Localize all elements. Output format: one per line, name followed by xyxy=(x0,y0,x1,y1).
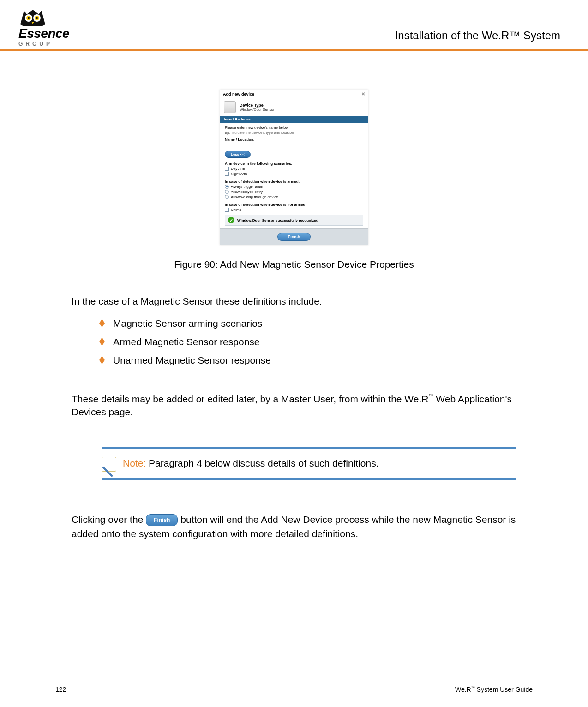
page-footer: 122 We.R™ System User Guide xyxy=(55,686,533,693)
delayed-entry-label: Allow delayed entry xyxy=(231,190,263,194)
walking-through-row[interactable]: Allow walking through device xyxy=(225,195,363,199)
tip-row: tip: Indicate the device's type and loca… xyxy=(225,131,363,135)
svg-point-5 xyxy=(36,17,38,19)
device-type-label: Device Type: xyxy=(240,103,275,108)
note-block: Note: Paragraph 4 below discuss details … xyxy=(102,447,516,480)
close-icon[interactable]: ✕ xyxy=(361,91,365,96)
dialog-footer: Finish xyxy=(220,228,368,245)
list-item: Armed Magnetic Sensor response xyxy=(72,333,516,351)
definitions-list: Magnetic Sensor arming scenarios Armed M… xyxy=(72,314,516,370)
device-type-value: Window/Door Sensor xyxy=(240,108,275,112)
note-text: Paragraph 4 below discuss details of suc… xyxy=(146,458,378,468)
walking-through-label: Allow walking through device xyxy=(231,195,278,199)
dialog-body: Please enter new device's name below tip… xyxy=(220,123,368,228)
inline-finish-button[interactable]: Finish xyxy=(146,514,178,526)
day-arm-label: Day Arm xyxy=(231,167,245,171)
trigger-alarm-label: Always trigger alarm xyxy=(231,185,264,189)
tip-text: Indicate the device's type and location: xyxy=(232,131,295,135)
list-item: Unarmed Magnetic Sensor response xyxy=(72,351,516,370)
success-text: Window/Door Sensor successfully recogniz… xyxy=(237,218,318,222)
logo-subtext: GROUP xyxy=(18,41,53,47)
footer-guide-a: We.R xyxy=(455,686,471,693)
click-para: Clicking over the Finish button will end… xyxy=(72,512,516,541)
note-label: Note: xyxy=(123,458,146,468)
enter-name-text: Please enter new device's name below xyxy=(225,126,363,130)
footer-guide-title: We.R™ System User Guide xyxy=(455,686,533,693)
notarmed-heading: In case of detection when device is not … xyxy=(225,203,363,207)
arm-heading: Arm device in the following scenarios: xyxy=(225,162,363,166)
delayed-entry-row[interactable]: Allow delayed entry xyxy=(225,190,363,194)
success-check-icon: ✓ xyxy=(228,217,234,223)
night-arm-row[interactable]: Night Arm xyxy=(225,172,363,176)
intro-para: In the case of a Magnetic Sensor these d… xyxy=(72,295,516,308)
tip-label: tip: xyxy=(225,131,230,135)
name-location-label: Name / Location: xyxy=(225,138,363,142)
note-row: Note: Paragraph 4 below discuss details … xyxy=(102,449,516,478)
radio-icon[interactable] xyxy=(225,195,229,199)
figure-caption: Figure 90: Add New Magnetic Sensor Devic… xyxy=(72,259,516,270)
name-location-input[interactable] xyxy=(225,142,294,148)
success-banner: ✓ Window/Door Sensor successfully recogn… xyxy=(225,215,363,226)
armed-heading: In case of detection when device is arme… xyxy=(225,180,363,184)
tm-mark: ™ xyxy=(471,686,475,690)
radio-icon[interactable] xyxy=(225,185,229,189)
radio-icon[interactable] xyxy=(225,190,229,194)
finish-button[interactable]: Finish xyxy=(277,233,311,241)
svg-point-4 xyxy=(28,17,30,19)
note-pencil-icon xyxy=(102,455,118,472)
details-para: These details may be added or edited lat… xyxy=(72,393,516,419)
add-device-dialog: Add new device ✕ Device Type: Window/Doo… xyxy=(220,90,368,245)
dialog-titlebar: Add new device ✕ xyxy=(220,90,368,98)
less-button[interactable]: Less << xyxy=(225,151,251,158)
page-header: Essence GROUP Installation of the We.R™ … xyxy=(0,0,588,51)
footer-guide-b: System User Guide xyxy=(475,686,533,693)
logo-text: Essence xyxy=(18,27,69,40)
device-type-row: Device Type: Window/Door Sensor xyxy=(220,98,368,116)
section-insert-batteries: Insert Batteries xyxy=(220,116,368,123)
checkbox-icon[interactable] xyxy=(225,167,229,171)
list-item: Magnetic Sensor arming scenarios xyxy=(72,314,516,333)
device-type-icon xyxy=(224,101,236,113)
day-arm-row[interactable]: Day Arm xyxy=(225,167,363,171)
chime-label: Chime xyxy=(231,208,241,212)
page-title: Installation of the We.R™ System xyxy=(395,29,570,49)
content: Add new device ✕ Device Type: Window/Doo… xyxy=(0,90,588,541)
dialog-title: Add new device xyxy=(223,92,254,96)
page-number: 122 xyxy=(55,686,66,693)
trigger-alarm-row[interactable]: Always trigger alarm xyxy=(225,185,363,189)
night-arm-label: Night Arm xyxy=(231,172,247,176)
checkbox-icon[interactable] xyxy=(225,208,229,212)
note-bottom-bar xyxy=(102,478,516,480)
click-para-a: Clicking over the xyxy=(72,514,146,525)
chime-row[interactable]: Chime xyxy=(225,208,363,212)
owl-icon xyxy=(18,8,47,26)
checkbox-icon[interactable] xyxy=(225,172,229,176)
dialog-screenshot: Add new device ✕ Device Type: Window/Doo… xyxy=(72,90,516,245)
details-para-a: These details may be added or edited lat… xyxy=(72,394,428,404)
logo-block: Essence GROUP xyxy=(18,8,69,49)
tm-mark: ™ xyxy=(428,393,433,398)
